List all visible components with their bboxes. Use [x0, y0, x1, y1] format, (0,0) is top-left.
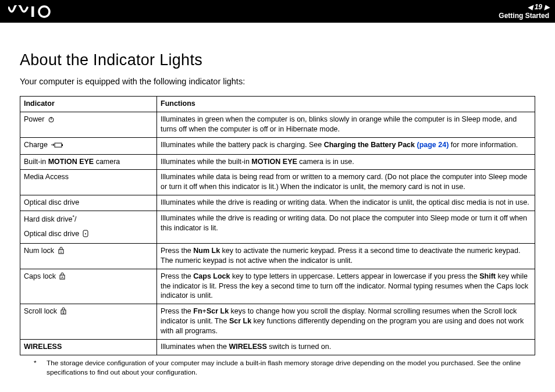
charge-icon [51, 141, 63, 151]
table-row: Charge Illuminates while the battery pac… [20, 137, 535, 154]
text-bold: Scr Lk [207, 307, 229, 315]
prev-page-arrow[interactable]: ◀ [528, 3, 532, 11]
power-icon [48, 116, 55, 126]
col-header-indicator: Indicator [20, 97, 157, 112]
footnote-text: The storage device configuration of your… [47, 359, 529, 377]
text: switch is turned on. [267, 343, 331, 351]
functions-cell: Illuminates in green when the computer i… [157, 112, 535, 137]
text: Press the [161, 307, 193, 315]
text-bold: Num Lk [193, 247, 220, 255]
indicator-cell: Media Access [20, 170, 157, 195]
svg-rect-5 [62, 144, 63, 146]
text: camera [94, 158, 120, 166]
text: for more information. [449, 141, 518, 149]
col-header-functions: Functions [157, 97, 535, 112]
text: Illuminates when the [161, 343, 229, 351]
table-row: Power Illuminates in green when the comp… [20, 112, 535, 137]
breadcrumb: Getting Started [499, 12, 549, 20]
functions-cell: Illuminates while the built-in MOTION EY… [157, 154, 535, 170]
svg-point-1 [39, 6, 49, 17]
header-bar: ◀ 19 ▶ Getting Started [0, 0, 555, 23]
vaio-logo [8, 5, 66, 18]
text: Illuminates while the battery pack is ch… [161, 141, 324, 149]
indicator-label: Charge [24, 141, 49, 149]
disc-icon [83, 230, 88, 240]
page-content: About the Indicator Lights Your computer… [0, 23, 555, 377]
next-page-arrow[interactable]: ▶ [545, 3, 549, 11]
indicator-cell: Power [20, 112, 157, 137]
text-bold: Caps Lock [193, 272, 230, 280]
text-bold: Scr Lk [229, 317, 251, 325]
text: Press the [161, 247, 193, 255]
functions-cell: Illuminates when the WIRELESS switch is … [157, 339, 535, 355]
indicator-cell: WIRELESS [20, 339, 157, 355]
svg-rect-0 [31, 6, 34, 17]
page-nav: ◀ 19 ▶ [499, 3, 549, 11]
indicators-table: Indicator Functions Power Illuminates in… [20, 96, 535, 355]
table-row: Caps lock A Press the Caps Lock key to t… [20, 269, 535, 304]
indicator-label: Caps lock [24, 272, 58, 280]
indicator-cell: Caps lock A [20, 269, 157, 304]
table-row: Hard disk drive*/ Optical disc drive Ill… [20, 211, 535, 244]
functions-cell: Press the Caps Lock key to type letters … [157, 269, 535, 304]
indicator-label: Power [24, 115, 47, 123]
numlock-icon: 1 [58, 247, 65, 257]
text: + [202, 307, 207, 315]
text: camera is in use. [297, 158, 354, 166]
capslock-icon: A [59, 272, 66, 283]
text-bold: Charging the Battery Pack [324, 141, 417, 149]
svg-rect-4 [55, 143, 62, 147]
text-bold: Shift [479, 272, 496, 280]
text-bold: MOTION EYE [251, 158, 297, 166]
functions-cell: Illuminates while data is being read fro… [157, 170, 535, 195]
footnote: * The storage device configuration of yo… [34, 359, 535, 377]
text-bold: Fn [193, 307, 202, 315]
text-bold: WIRELESS [229, 343, 266, 351]
page-title: About the Indicator Lights [20, 49, 535, 70]
text: Illuminates while the built-in [161, 158, 251, 166]
page-number: 19 [535, 3, 542, 11]
text-bold: MOTION EYE [48, 158, 94, 166]
scrolllock-icon [60, 307, 67, 318]
functions-cell: Illuminates while the battery pack is ch… [157, 137, 535, 154]
intro-text: Your computer is equipped with the follo… [20, 76, 535, 88]
table-header-row: Indicator Functions [20, 97, 535, 112]
text: Press the [161, 272, 193, 280]
indicator-label: Hard disk drive [24, 215, 72, 223]
svg-text:A: A [61, 276, 63, 279]
indicator-cell: Charge [20, 137, 157, 154]
functions-cell: Press the Fn+Scr Lk keys to change how y… [157, 304, 535, 340]
indicator-label: WIRELESS [24, 343, 62, 351]
functions-cell: Illuminates while the drive is reading o… [157, 195, 535, 211]
indicator-cell: Optical disc drive [20, 195, 157, 211]
header-right: ◀ 19 ▶ Getting Started [499, 3, 549, 20]
text: / [74, 215, 76, 223]
functions-cell: Illuminates while the drive is reading o… [157, 211, 535, 244]
indicator-label: Optical disc drive [24, 230, 81, 238]
footnote-star: * [34, 359, 38, 377]
table-row: Media Access Illuminates while data is b… [20, 170, 535, 195]
table-row: WIRELESS Illuminates when the WIRELESS s… [20, 339, 535, 355]
page-link[interactable]: (page 24) [417, 141, 449, 149]
table-row: Scroll lock Press the Fn+Scr Lk keys to … [20, 304, 535, 340]
indicator-cell: Num lock 1 [20, 243, 157, 269]
indicator-label: Scroll lock [24, 307, 59, 315]
svg-text:1: 1 [60, 250, 62, 254]
indicator-label: Built-in [24, 158, 48, 166]
svg-point-7 [85, 233, 86, 234]
table-row: Num lock 1 Press the Num Lk key to activ… [20, 243, 535, 269]
table-row: Built-in MOTION EYE camera Illuminates w… [20, 154, 535, 170]
functions-cell: Press the Num Lk key to activate the num… [157, 243, 535, 269]
indicator-cell: Built-in MOTION EYE camera [20, 154, 157, 170]
table-row: Optical disc drive Illuminates while the… [20, 195, 535, 211]
indicator-label: Num lock [24, 247, 56, 255]
indicator-cell: Scroll lock [20, 304, 157, 340]
indicator-cell: Hard disk drive*/ Optical disc drive [20, 211, 157, 244]
text: key to type letters in uppercase. Letter… [230, 272, 480, 280]
